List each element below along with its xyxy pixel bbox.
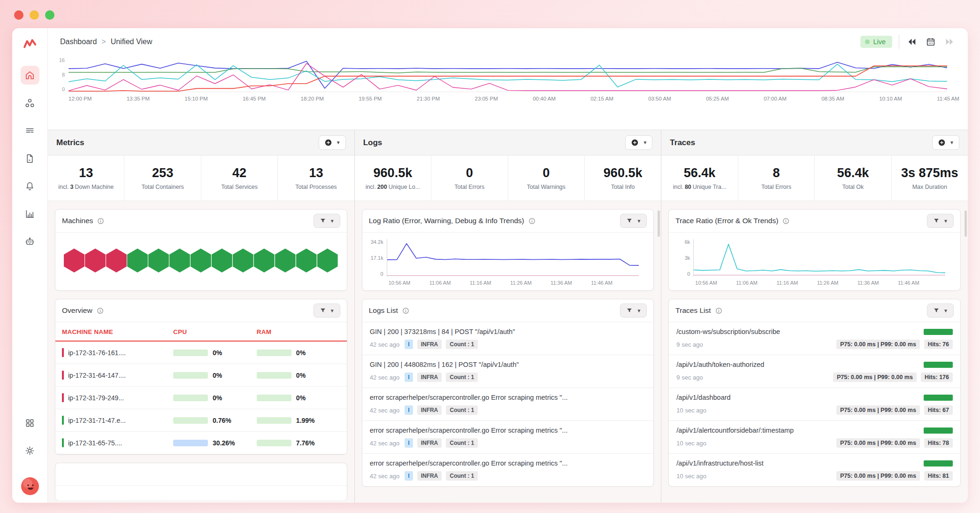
traces-title: Traces xyxy=(670,138,695,148)
home-icon xyxy=(24,70,35,81)
filter-funnel-icon xyxy=(319,307,327,314)
sidebar-item-home[interactable] xyxy=(21,66,39,85)
trend-chart-canvas[interactable] xyxy=(69,57,947,92)
stat-containers[interactable]: 253 Total Containers xyxy=(124,155,201,201)
stat-machines[interactable]: 13 incl.3Down Machine xyxy=(48,155,124,201)
trace-entry[interactable]: /api/v1/alertcountforsidebar/:timestamp … xyxy=(669,421,960,454)
sidebar-item-apps[interactable] xyxy=(21,413,39,432)
sidebar-item-assistant[interactable] xyxy=(21,232,39,251)
breadcrumb-unified-view[interactable]: Unified View xyxy=(111,38,153,46)
machine-hexagon-up[interactable] xyxy=(296,249,317,272)
machine-row[interactable]: ip-172-31-65-75.... 30.26% 7.76% xyxy=(55,432,347,454)
filter-funnel-icon xyxy=(319,217,327,225)
log-entry[interactable]: GIN | 200 | 448082ms | 162 | POST "/api/… xyxy=(362,355,654,388)
trace-ratio-canvas[interactable] xyxy=(693,239,945,277)
maximize-window-button[interactable] xyxy=(45,10,54,20)
app-header: Dashboard > Unified View Live xyxy=(48,28,968,55)
machine-row[interactable]: ip-172-31-64-147.... 0% 0% xyxy=(55,364,347,387)
log-ratio-filter-button[interactable]: ▼ xyxy=(620,214,647,228)
machine-hexagon-up[interactable] xyxy=(275,249,296,272)
sidebar-item-charts[interactable] xyxy=(21,204,39,223)
stat-total-logs[interactable]: 960.5k incl.200Unique Lo... xyxy=(355,155,431,201)
machine-hexagon-up[interactable] xyxy=(148,249,169,272)
traces-add-widget-button[interactable]: ▼ xyxy=(932,135,959,150)
log-entry[interactable]: error scraperhelper/scrapercontroller.go… xyxy=(362,421,654,454)
trace-entry[interactable]: /api/v1/infrastructure/host-list 10 sec … xyxy=(669,454,960,486)
info-icon[interactable] xyxy=(97,217,105,225)
stat-log-info[interactable]: 960.5k Total Info xyxy=(585,155,661,201)
machine-hexagon-up[interactable] xyxy=(233,249,253,272)
trace-status-bar xyxy=(924,428,953,434)
machine-hexagon-down[interactable] xyxy=(85,249,106,272)
info-icon[interactable] xyxy=(96,307,104,315)
info-icon[interactable] xyxy=(782,217,790,225)
chevron-down-icon: ▼ xyxy=(636,308,641,313)
metrics-add-widget-button[interactable]: ▼ xyxy=(319,135,346,150)
stat-services[interactable]: 42 Total Services xyxy=(201,155,278,201)
app-window: Dashboard > Unified View Live xyxy=(12,28,968,503)
stat-max-duration[interactable]: 3s 875ms Max Duration xyxy=(892,155,968,201)
info-icon[interactable] xyxy=(715,307,723,315)
time-forward-button[interactable] xyxy=(943,36,956,48)
plus-circle-icon xyxy=(630,138,639,147)
traces-list-filter-button[interactable]: ▼ xyxy=(927,303,954,318)
machine-hexagon-up[interactable] xyxy=(127,249,148,272)
date-picker-button[interactable] xyxy=(925,36,937,48)
latency-badge: P75: 0.00 ms | P99: 0.00 ms xyxy=(833,373,917,382)
sidebar-item-alerts[interactable] xyxy=(21,177,39,195)
log-entry[interactable]: error scraperhelper/scrapercontroller.go… xyxy=(362,454,654,486)
sidebar-item-documents[interactable] xyxy=(21,149,39,168)
log-entry[interactable]: error scraperhelper/scrapercontroller.go… xyxy=(362,388,654,421)
log-count-badge: Count : 1 xyxy=(446,471,478,481)
machine-hexagon-up[interactable] xyxy=(254,249,275,272)
metrics-title: Metrics xyxy=(56,138,84,148)
filter-funnel-icon xyxy=(626,307,633,314)
info-icon[interactable] xyxy=(402,307,410,315)
machine-row[interactable]: ip-172-31-71-47.e... 0.76% 1.99% xyxy=(55,409,347,432)
stat-total-traces[interactable]: 56.4k incl.80Unique Tra... xyxy=(661,155,738,201)
log-entry[interactable]: GIN | 200 | 373218ms | 84 | POST "/api/v… xyxy=(362,322,654,355)
logs-list-filter-button[interactable]: ▼ xyxy=(620,303,647,318)
grid-icon xyxy=(24,418,35,428)
stat-trace-ok[interactable]: 56.4k Total Ok xyxy=(815,155,891,201)
trace-ratio-filter-button[interactable]: ▼ xyxy=(927,214,954,228)
machine-hexagon-down[interactable] xyxy=(64,249,84,272)
info-icon[interactable] xyxy=(528,217,536,225)
bell-icon xyxy=(24,181,35,192)
close-window-button[interactable] xyxy=(14,10,23,20)
filter-funnel-icon xyxy=(933,307,940,314)
trace-entry[interactable]: /custom-ws/subscription/subscribe 9 sec … xyxy=(669,322,960,355)
scrollbar-thumb[interactable] xyxy=(965,210,967,237)
user-avatar[interactable] xyxy=(21,477,39,495)
machine-hexagon-up[interactable] xyxy=(212,249,232,272)
stat-trace-errors[interactable]: 8 Total Errors xyxy=(738,155,815,201)
time-rewind-button[interactable] xyxy=(906,36,918,48)
stat-log-errors[interactable]: 0 Total Errors xyxy=(431,155,508,201)
machine-hexagon-up[interactable] xyxy=(317,249,338,272)
overview-filter-button[interactable]: ▼ xyxy=(314,303,340,318)
sidebar-item-settings[interactable] xyxy=(21,441,39,460)
chevron-down-icon: ▼ xyxy=(943,308,948,313)
live-badge[interactable]: Live xyxy=(860,36,892,48)
machines-filter-button[interactable]: ▼ xyxy=(314,214,340,228)
stat-processes[interactable]: 13 Total Processes xyxy=(278,155,354,201)
machine-row[interactable]: ip-172-31-76-161.... 0% 0% xyxy=(55,342,347,364)
sidebar-item-infrastructure[interactable] xyxy=(21,93,39,112)
trace-entry[interactable]: /api/v1/auth/token-authorized 9 sec ago … xyxy=(669,355,960,388)
logs-add-widget-button[interactable]: ▼ xyxy=(625,135,652,150)
machine-hexagon-up[interactable] xyxy=(191,249,211,272)
minimize-window-button[interactable] xyxy=(30,10,39,20)
live-dot-icon xyxy=(865,39,870,44)
trace-entry[interactable]: /api/v1/dashboard 10 sec ago P75: 0.00 m… xyxy=(669,388,960,421)
document-icon xyxy=(24,153,35,164)
sidebar-item-logs[interactable] xyxy=(21,121,39,140)
trace-ratio-y-axis: 6k 3k 0 xyxy=(674,239,693,277)
scrollbar-thumb[interactable] xyxy=(658,210,660,237)
latency-badge: P75: 0.00 ms | P99: 0.00 ms xyxy=(836,340,920,349)
log-ratio-canvas[interactable] xyxy=(387,239,639,277)
machine-hexagon-up[interactable] xyxy=(169,249,190,272)
stat-log-warnings[interactable]: 0 Total Warnings xyxy=(508,155,585,201)
machine-row[interactable]: ip-172-31-79-249... 0% 0% xyxy=(55,387,347,409)
breadcrumb-dashboard[interactable]: Dashboard xyxy=(60,38,97,46)
machine-hexagon-down[interactable] xyxy=(106,249,127,272)
